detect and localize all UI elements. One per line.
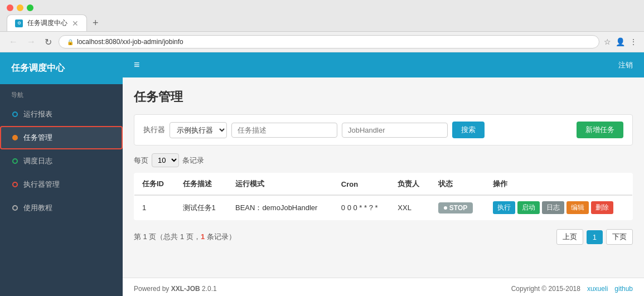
start-button[interactable]: 启动 xyxy=(517,201,540,214)
new-tab-button[interactable]: + xyxy=(89,17,102,29)
maximize-button[interactable] xyxy=(27,4,33,11)
executor-label: 执行器 xyxy=(143,125,165,135)
profile-icon[interactable]: 👤 xyxy=(616,37,625,46)
col-cron: Cron xyxy=(333,173,390,196)
desc-input[interactable] xyxy=(231,123,337,138)
status-dot-icon xyxy=(444,206,447,210)
page-content: 任务管理 执行器 示例执行器 搜索 新增任务 每页 10 20 50 xyxy=(123,77,644,278)
jobs-table: 任务ID 任务描述 运行模式 Cron 负责人 状态 操作 1 测试任务1 BE… xyxy=(134,173,633,220)
current-page-button[interactable]: 1 xyxy=(587,230,603,244)
footer: Powered by XXL-JOB 2.0.1 Copyright © 201… xyxy=(123,278,644,296)
col-status: 状态 xyxy=(430,173,485,196)
version-text: 2.0.1 xyxy=(200,285,217,293)
next-page-button[interactable]: 下页 xyxy=(606,229,633,245)
per-page-before-label: 每页 xyxy=(134,156,148,166)
execute-button[interactable]: 执行 xyxy=(493,201,515,214)
menu-toggle-icon[interactable]: ≡ xyxy=(134,59,140,71)
sidebar-nav-label: 导航 xyxy=(0,84,123,103)
active-tab[interactable]: ⚙ 任务调度中心 ✕ xyxy=(7,14,87,31)
cell-actions: 执行 启动 日志 编辑 删除 xyxy=(485,195,633,220)
tab-favicon: ⚙ xyxy=(15,20,23,27)
traffic-lights xyxy=(7,4,637,11)
brand-name: XXL-JOB xyxy=(171,285,200,293)
app-wrapper: 任务调度中心 导航 运行报表 任务管理 调度日志 执行器管理 使用教程 ≡ 注销 xyxy=(0,52,644,296)
action-buttons: 执行 启动 日志 编辑 删除 xyxy=(493,201,624,214)
cell-mode: BEAN：demoJobHandler xyxy=(227,195,333,220)
prev-page-button[interactable]: 上页 xyxy=(556,229,583,245)
per-page-bar: 每页 10 20 50 条记录 xyxy=(134,153,633,167)
dot-icon xyxy=(12,111,18,117)
cell-desc: 测试任务1 xyxy=(175,195,227,220)
cell-status: STOP xyxy=(430,195,485,220)
col-actions: 操作 xyxy=(485,173,633,196)
sidebar-item-label: 调度日志 xyxy=(23,156,52,166)
sidebar: 任务调度中心 导航 运行报表 任务管理 调度日志 执行器管理 使用教程 xyxy=(0,52,123,296)
address-input[interactable]: 🔒 localhost:8080/xxl-job-admin/jobinfo xyxy=(59,35,599,48)
forward-button[interactable]: → xyxy=(25,36,38,48)
browser-action-icons: ☆ 👤 ⋮ xyxy=(604,37,637,46)
menu-icon[interactable]: ⋮ xyxy=(630,37,637,46)
github-link[interactable]: github xyxy=(614,285,633,293)
sidebar-item-tutorial[interactable]: 使用教程 xyxy=(0,196,123,220)
sidebar-item-label: 任务管理 xyxy=(23,133,52,143)
dot-icon xyxy=(12,182,18,187)
secure-icon: 🔒 xyxy=(67,39,74,45)
cell-cron: 0 0 0 * * ? * xyxy=(333,195,390,220)
cell-id: 1 xyxy=(134,195,175,220)
address-bar: ← → ↻ 🔒 localhost:8080/xxl-job-admin/job… xyxy=(0,32,644,52)
powered-by-text: Powered by xyxy=(134,285,171,293)
footer-brand: Powered by XXL-JOB 2.0.1 xyxy=(134,285,217,293)
refresh-button[interactable]: ↻ xyxy=(42,36,54,48)
col-desc: 任务描述 xyxy=(175,173,227,196)
tab-bar: ⚙ 任务调度中心 ✕ + xyxy=(7,14,637,31)
page-title: 任务管理 xyxy=(134,89,633,105)
dot-icon xyxy=(12,205,18,211)
copyright-text: Copyright © 2015-2018 xyxy=(511,285,580,293)
pagination-bar: 第 1 页（总共 1 页，1 条记录） 上页 1 下页 xyxy=(134,229,633,245)
add-job-button[interactable]: 新增任务 xyxy=(577,122,623,138)
sidebar-item-label: 使用教程 xyxy=(23,203,52,213)
filter-bar: 执行器 示例执行器 搜索 新增任务 xyxy=(134,114,633,145)
dot-icon xyxy=(12,135,18,140)
per-page-select[interactable]: 10 20 50 xyxy=(152,153,179,167)
bookmark-icon[interactable]: ☆ xyxy=(604,37,611,46)
col-mode: 运行模式 xyxy=(227,173,333,196)
col-owner: 负责人 xyxy=(390,173,430,196)
back-button[interactable]: ← xyxy=(7,36,20,48)
dot-icon xyxy=(12,158,18,164)
sidebar-item-executors[interactable]: 执行器管理 xyxy=(0,173,123,196)
browser-chrome: ⚙ 任务调度中心 ✕ + xyxy=(0,0,644,32)
sidebar-item-jobs[interactable]: 任务管理 xyxy=(0,126,123,149)
address-text: localhost:8080/xxl-job-admin/jobinfo xyxy=(77,38,183,46)
log-button[interactable]: 日志 xyxy=(542,201,564,214)
close-button[interactable] xyxy=(7,4,13,11)
tab-title: 任务调度中心 xyxy=(27,18,67,28)
table-row: 1 测试任务1 BEAN：demoJobHandler 0 0 0 * * ? … xyxy=(134,195,633,220)
topbar: ≡ 注销 xyxy=(123,52,644,77)
pagination-info: 第 1 页（总共 1 页，1 条记录） xyxy=(134,232,236,242)
author-link[interactable]: xuxueli xyxy=(587,285,608,293)
minimize-button[interactable] xyxy=(17,4,23,11)
main-content: ≡ 注销 任务管理 执行器 示例执行器 搜索 新增任务 每页 10 xyxy=(123,52,644,296)
status-text: STOP xyxy=(449,204,467,212)
logout-button[interactable]: 注销 xyxy=(618,60,633,70)
sidebar-item-reports[interactable]: 运行报表 xyxy=(0,103,123,126)
footer-right: Copyright © 2015-2018 xuxueli github xyxy=(511,285,633,293)
edit-button[interactable]: 编辑 xyxy=(566,201,589,214)
search-button[interactable]: 搜索 xyxy=(452,122,485,138)
pagination-controls: 上页 1 下页 xyxy=(556,229,633,245)
record-count: 1 xyxy=(201,232,205,241)
delete-button[interactable]: 删除 xyxy=(591,201,613,214)
sidebar-brand: 任务调度中心 xyxy=(0,52,123,84)
status-badge: STOP xyxy=(438,202,473,213)
executor-select[interactable]: 示例执行器 xyxy=(170,122,227,138)
cell-owner: XXL xyxy=(390,195,430,220)
sidebar-item-label: 执行器管理 xyxy=(23,179,60,190)
per-page-after-label: 条记录 xyxy=(182,156,204,166)
sidebar-item-label: 运行报表 xyxy=(23,109,52,119)
sidebar-item-logs[interactable]: 调度日志 xyxy=(0,149,123,173)
tab-close-icon[interactable]: ✕ xyxy=(72,19,79,28)
jobhandler-input[interactable] xyxy=(342,123,448,138)
col-id: 任务ID xyxy=(134,173,175,196)
